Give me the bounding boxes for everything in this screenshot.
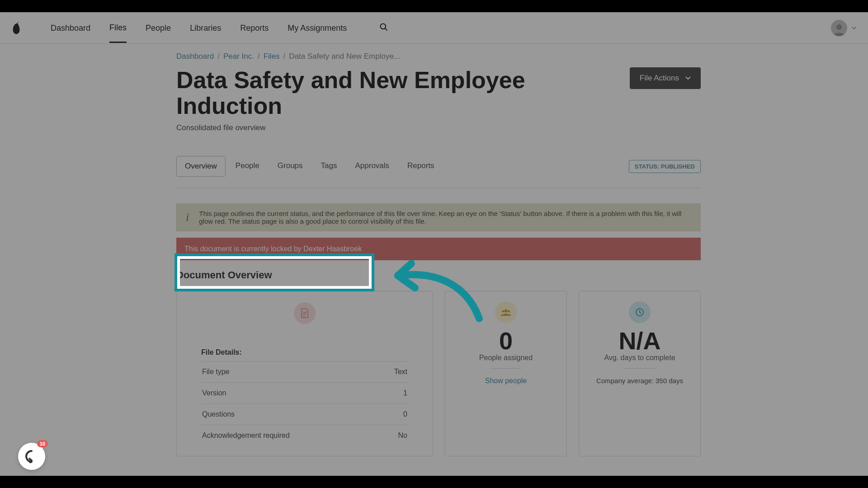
detail-label: Version [202, 389, 226, 397]
tab-reports[interactable]: Reports [399, 156, 443, 177]
breadcrumb-files[interactable]: Files [264, 52, 280, 61]
search-button[interactable] [379, 23, 388, 33]
nav-files[interactable]: Files [109, 13, 127, 43]
svg-point-6 [505, 310, 508, 313]
avg-days-card: N/A Avg. days to complete Company averag… [579, 291, 701, 456]
detail-label: Acknowledgement required [202, 432, 290, 440]
fab-badge: 10 [37, 440, 48, 447]
tab-approvals[interactable]: Approvals [347, 156, 397, 177]
detail-value: 1 [403, 389, 407, 397]
fab-icon [25, 450, 38, 463]
tabs: Overview People Groups Tags Approvals Re… [176, 156, 443, 177]
nav-my-assignments[interactable]: My Assignments [288, 14, 347, 42]
detail-label: File type [202, 368, 229, 376]
tab-tags[interactable]: Tags [313, 156, 345, 177]
page-title: Data Safety and New Employee Induction [176, 67, 529, 119]
divider [624, 368, 656, 369]
nav-dashboard[interactable]: Dashboard [51, 14, 90, 42]
info-icon: i [186, 211, 189, 224]
detail-value: 0 [403, 410, 407, 418]
status-badge[interactable]: STATUS: PUBLISHED [629, 160, 701, 173]
detail-row: File type Text [201, 361, 408, 382]
cards-row: File Details: File type Text Version 1 Q… [176, 291, 701, 456]
profile-menu[interactable] [831, 20, 856, 36]
people-label: People assigned [453, 354, 558, 362]
tab-groups[interactable]: Groups [269, 156, 311, 177]
divider [490, 368, 522, 369]
people-count: 0 [453, 327, 558, 355]
nav-libraries[interactable]: Libraries [190, 14, 221, 42]
content-area: Dashboard / Pear Inc. / Files / Data Saf… [0, 44, 868, 456]
file-details-heading: File Details: [201, 348, 408, 357]
file-actions-button[interactable]: File Actions [630, 67, 701, 89]
letterbox-top [0, 0, 868, 12]
chevron-down-icon [685, 76, 691, 80]
show-people-link[interactable]: Show people [453, 377, 558, 385]
clock-icon [629, 301, 651, 323]
detail-value: Text [394, 368, 407, 376]
info-text: This page outlines the current status, a… [199, 210, 692, 225]
svg-line-1 [385, 28, 387, 30]
detail-row: Acknowledgement required No [201, 425, 408, 446]
top-nav: Dashboard Files People Libraries Reports… [0, 12, 868, 44]
svg-point-2 [836, 24, 842, 30]
avg-days-value: N/A [587, 327, 692, 355]
avg-days-label: Avg. days to complete [587, 354, 692, 362]
tab-overview[interactable]: Overview [176, 156, 226, 177]
document-icon [294, 302, 316, 324]
section-overview-title: Document Overview [176, 269, 701, 281]
avatar-icon [831, 20, 847, 36]
file-actions-label: File Actions [640, 74, 679, 83]
svg-point-0 [381, 23, 386, 29]
breadcrumb-dashboard[interactable]: Dashboard [176, 52, 214, 61]
detail-row: Version 1 [201, 382, 408, 404]
svg-point-8 [508, 310, 510, 313]
detail-label: Questions [202, 410, 235, 418]
lock-message: This document is currently locked by Dex… [184, 245, 362, 253]
people-icon [495, 301, 517, 323]
breadcrumb-company[interactable]: Pear Inc. [223, 52, 254, 61]
nav-reports[interactable]: Reports [240, 14, 269, 42]
detail-row: Questions 0 [201, 404, 408, 425]
tab-people[interactable]: People [227, 156, 268, 177]
pear-logo-icon[interactable] [12, 21, 22, 35]
detail-value: No [398, 432, 407, 440]
lock-banner: This document is currently locked by Dex… [176, 238, 701, 260]
letterbox-bottom [0, 476, 868, 488]
search-icon [379, 23, 388, 32]
people-assigned-card: 0 People assigned Show people [445, 291, 567, 456]
app-window: Dashboard Files People Libraries Reports… [0, 12, 868, 476]
nav-links: Dashboard Files People Libraries Reports… [51, 13, 388, 43]
info-box: i This page outlines the current status,… [176, 203, 701, 231]
page-subtitle: Consolidated file overview [176, 123, 701, 132]
company-average: Company average: 350 days [587, 377, 692, 385]
breadcrumb: Dashboard / Pear Inc. / Files / Data Saf… [176, 52, 701, 61]
svg-point-7 [502, 310, 504, 313]
nav-people[interactable]: People [146, 14, 171, 42]
pear-icon [12, 21, 22, 34]
breadcrumb-current: Data Safety and New Employe... [289, 52, 400, 61]
chevron-down-icon [852, 27, 856, 29]
divider [176, 188, 701, 188]
help-fab[interactable]: 10 [18, 443, 45, 470]
file-details-card: File Details: File type Text Version 1 Q… [176, 291, 433, 456]
